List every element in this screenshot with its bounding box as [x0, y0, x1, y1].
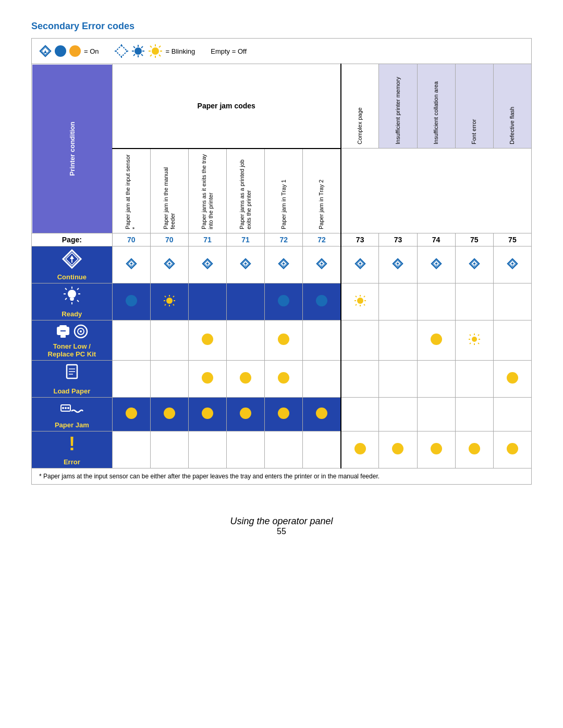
ready-c4	[227, 283, 265, 320]
pj-c2	[150, 397, 188, 431]
ready-c8	[379, 283, 417, 320]
header-row-1: Printer condition Paper jam codes Comple…	[32, 64, 532, 149]
load-paper-condition: Load Paper	[32, 360, 113, 397]
svg-marker-56	[359, 262, 362, 264]
load-c11	[493, 360, 531, 397]
svg-line-15	[141, 46, 143, 48]
load-c8	[379, 360, 417, 397]
svg-rect-49	[284, 264, 284, 266]
ready-icon	[63, 286, 81, 306]
ready-c10	[455, 283, 493, 320]
svg-line-22	[150, 46, 152, 47]
svg-marker-32	[130, 262, 133, 264]
page-71a: 71	[188, 233, 226, 246]
load-c5	[265, 360, 303, 397]
on-icon-1: ▲	[39, 45, 52, 57]
continue-c11	[493, 246, 531, 283]
page-70b: 70	[150, 233, 188, 246]
printer-condition-header: Printer condition	[32, 64, 113, 233]
svg-marker-36	[168, 262, 171, 264]
svg-marker-68	[473, 262, 476, 264]
svg-point-110	[472, 337, 477, 342]
continue-c3	[188, 246, 226, 283]
pj-c7	[341, 397, 379, 431]
svg-line-115	[470, 335, 471, 336]
col-defective-flash-header: Defective flash	[493, 64, 531, 149]
continue-c7	[341, 246, 379, 283]
pj-c5	[265, 397, 303, 431]
pj-c6	[303, 397, 341, 431]
svg-line-92	[173, 296, 174, 297]
col-manual-feeder-header: Paper jam in the manual feeder	[150, 149, 188, 233]
page-71b: 71	[227, 233, 265, 246]
svg-rect-84	[70, 300, 74, 301]
off-label: Empty = Off	[211, 47, 247, 55]
ready-c11	[493, 283, 531, 320]
svg-point-85	[166, 298, 173, 304]
svg-line-80	[77, 288, 79, 290]
ready-c7	[341, 283, 379, 320]
svg-line-90	[165, 296, 166, 297]
err-c5	[265, 431, 303, 468]
footer-note: * Paper jams at the input sensor can be …	[31, 468, 532, 485]
section-title: Secondary Error codes	[31, 21, 532, 32]
toner-c10	[455, 320, 493, 360]
row-toner: Toner Low /Replace PC Kit	[32, 320, 532, 360]
toner-c5	[265, 320, 303, 360]
continue-c2	[150, 246, 188, 283]
row-error: ! Error	[32, 431, 532, 468]
svg-marker-48	[282, 262, 285, 264]
svg-line-117	[478, 335, 479, 336]
svg-rect-37	[169, 264, 169, 266]
load-c1	[112, 360, 150, 397]
pj-c10	[455, 397, 493, 431]
svg-line-14	[141, 54, 143, 56]
svg-line-81	[65, 298, 67, 300]
svg-line-100	[364, 304, 365, 305]
svg-line-101	[364, 296, 365, 297]
ready-c1	[112, 283, 150, 320]
svg-rect-53	[322, 264, 322, 266]
ready-c6	[303, 283, 341, 320]
paper-jam-condition: Paper Jam	[32, 397, 113, 431]
svg-marker-3	[116, 45, 127, 57]
pj-c4	[227, 397, 265, 431]
svg-line-118	[470, 343, 471, 344]
col-tray2-header: Paper jam in Tray 2	[303, 149, 341, 233]
pj-c8	[379, 397, 417, 431]
svg-rect-73	[512, 264, 512, 266]
pj-c3	[188, 397, 226, 431]
err-c2	[150, 431, 188, 468]
svg-rect-69	[474, 264, 474, 266]
row-paper-jam: Paper Jam	[32, 397, 532, 431]
continue-c8	[379, 246, 417, 283]
svg-line-78	[65, 288, 67, 290]
col-font-error-header: Font error	[455, 64, 493, 149]
load-c3	[188, 360, 226, 397]
svg-point-17	[152, 47, 159, 55]
page-73b: 73	[379, 233, 417, 246]
svg-rect-41	[207, 264, 207, 266]
toner-c9	[417, 320, 455, 360]
toner-c2	[150, 320, 188, 360]
svg-point-94	[357, 298, 363, 304]
ready-c3	[188, 283, 226, 320]
continue-c6	[303, 246, 341, 283]
pj-c9	[417, 397, 455, 431]
svg-marker-52	[320, 262, 323, 264]
svg-line-93	[165, 304, 166, 305]
ready-c2	[150, 283, 188, 320]
paper-jam-icon	[60, 400, 83, 417]
row-load-paper: Load Paper	[32, 360, 532, 397]
page-73a: 73	[341, 233, 379, 246]
toner-c3	[188, 320, 226, 360]
toner-condition: Toner Low /Replace PC Kit	[32, 320, 113, 360]
err-c10	[455, 431, 493, 468]
svg-rect-65	[436, 264, 436, 266]
error-icon: !	[65, 434, 79, 454]
page-72b: 72	[303, 233, 341, 246]
blink-icon-1	[115, 44, 128, 58]
error-condition: ! Error	[32, 431, 113, 468]
err-c8	[379, 431, 417, 468]
err-c9	[417, 431, 455, 468]
